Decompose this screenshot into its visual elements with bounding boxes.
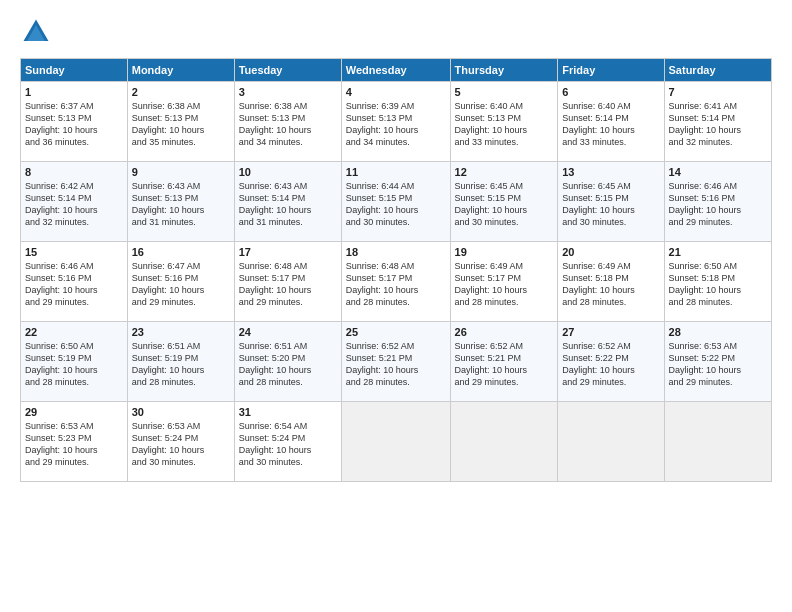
day-info: Sunrise: 6:53 AMSunset: 5:23 PMDaylight:… bbox=[25, 420, 123, 469]
day-info: Sunrise: 6:50 AMSunset: 5:19 PMDaylight:… bbox=[25, 340, 123, 389]
day-info: Sunrise: 6:38 AMSunset: 5:13 PMDaylight:… bbox=[132, 100, 230, 149]
day-number: 8 bbox=[25, 166, 123, 178]
day-number: 14 bbox=[669, 166, 767, 178]
calendar-cell: 10Sunrise: 6:43 AMSunset: 5:14 PMDayligh… bbox=[234, 162, 341, 242]
day-info: Sunrise: 6:51 AMSunset: 5:19 PMDaylight:… bbox=[132, 340, 230, 389]
calendar-cell: 29Sunrise: 6:53 AMSunset: 5:23 PMDayligh… bbox=[21, 402, 128, 482]
calendar-cell: 14Sunrise: 6:46 AMSunset: 5:16 PMDayligh… bbox=[664, 162, 771, 242]
calendar-cell: 6Sunrise: 6:40 AMSunset: 5:14 PMDaylight… bbox=[558, 82, 664, 162]
day-number: 1 bbox=[25, 86, 123, 98]
day-info: Sunrise: 6:52 AMSunset: 5:21 PMDaylight:… bbox=[346, 340, 446, 389]
day-number: 23 bbox=[132, 326, 230, 338]
day-number: 18 bbox=[346, 246, 446, 258]
calendar-cell: 28Sunrise: 6:53 AMSunset: 5:22 PMDayligh… bbox=[664, 322, 771, 402]
day-info: Sunrise: 6:51 AMSunset: 5:20 PMDaylight:… bbox=[239, 340, 337, 389]
day-number: 22 bbox=[25, 326, 123, 338]
header bbox=[20, 16, 772, 48]
calendar-cell: 13Sunrise: 6:45 AMSunset: 5:15 PMDayligh… bbox=[558, 162, 664, 242]
header-saturday: Saturday bbox=[664, 59, 771, 82]
day-info: Sunrise: 6:45 AMSunset: 5:15 PMDaylight:… bbox=[562, 180, 659, 229]
day-number: 3 bbox=[239, 86, 337, 98]
day-info: Sunrise: 6:49 AMSunset: 5:18 PMDaylight:… bbox=[562, 260, 659, 309]
day-number: 5 bbox=[455, 86, 554, 98]
calendar-cell: 15Sunrise: 6:46 AMSunset: 5:16 PMDayligh… bbox=[21, 242, 128, 322]
calendar-cell: 30Sunrise: 6:53 AMSunset: 5:24 PMDayligh… bbox=[127, 402, 234, 482]
day-number: 21 bbox=[669, 246, 767, 258]
day-info: Sunrise: 6:53 AMSunset: 5:22 PMDaylight:… bbox=[669, 340, 767, 389]
day-info: Sunrise: 6:38 AMSunset: 5:13 PMDaylight:… bbox=[239, 100, 337, 149]
day-info: Sunrise: 6:46 AMSunset: 5:16 PMDaylight:… bbox=[25, 260, 123, 309]
calendar-cell: 17Sunrise: 6:48 AMSunset: 5:17 PMDayligh… bbox=[234, 242, 341, 322]
day-number: 9 bbox=[132, 166, 230, 178]
day-info: Sunrise: 6:41 AMSunset: 5:14 PMDaylight:… bbox=[669, 100, 767, 149]
calendar-cell: 23Sunrise: 6:51 AMSunset: 5:19 PMDayligh… bbox=[127, 322, 234, 402]
calendar-cell: 19Sunrise: 6:49 AMSunset: 5:17 PMDayligh… bbox=[450, 242, 558, 322]
day-info: Sunrise: 6:54 AMSunset: 5:24 PMDaylight:… bbox=[239, 420, 337, 469]
calendar-row-2: 15Sunrise: 6:46 AMSunset: 5:16 PMDayligh… bbox=[21, 242, 772, 322]
day-info: Sunrise: 6:40 AMSunset: 5:13 PMDaylight:… bbox=[455, 100, 554, 149]
calendar-cell: 16Sunrise: 6:47 AMSunset: 5:16 PMDayligh… bbox=[127, 242, 234, 322]
day-number: 2 bbox=[132, 86, 230, 98]
calendar-cell: 22Sunrise: 6:50 AMSunset: 5:19 PMDayligh… bbox=[21, 322, 128, 402]
calendar-cell: 2Sunrise: 6:38 AMSunset: 5:13 PMDaylight… bbox=[127, 82, 234, 162]
calendar-cell bbox=[450, 402, 558, 482]
header-friday: Friday bbox=[558, 59, 664, 82]
calendar-cell: 20Sunrise: 6:49 AMSunset: 5:18 PMDayligh… bbox=[558, 242, 664, 322]
day-number: 27 bbox=[562, 326, 659, 338]
day-info: Sunrise: 6:42 AMSunset: 5:14 PMDaylight:… bbox=[25, 180, 123, 229]
header-monday: Monday bbox=[127, 59, 234, 82]
header-wednesday: Wednesday bbox=[341, 59, 450, 82]
calendar-cell bbox=[341, 402, 450, 482]
calendar-cell: 4Sunrise: 6:39 AMSunset: 5:13 PMDaylight… bbox=[341, 82, 450, 162]
day-info: Sunrise: 6:43 AMSunset: 5:13 PMDaylight:… bbox=[132, 180, 230, 229]
day-number: 26 bbox=[455, 326, 554, 338]
day-number: 16 bbox=[132, 246, 230, 258]
day-info: Sunrise: 6:52 AMSunset: 5:21 PMDaylight:… bbox=[455, 340, 554, 389]
day-info: Sunrise: 6:53 AMSunset: 5:24 PMDaylight:… bbox=[132, 420, 230, 469]
day-number: 29 bbox=[25, 406, 123, 418]
calendar-cell: 31Sunrise: 6:54 AMSunset: 5:24 PMDayligh… bbox=[234, 402, 341, 482]
day-number: 17 bbox=[239, 246, 337, 258]
day-number: 25 bbox=[346, 326, 446, 338]
day-info: Sunrise: 6:37 AMSunset: 5:13 PMDaylight:… bbox=[25, 100, 123, 149]
day-number: 20 bbox=[562, 246, 659, 258]
day-info: Sunrise: 6:39 AMSunset: 5:13 PMDaylight:… bbox=[346, 100, 446, 149]
day-info: Sunrise: 6:50 AMSunset: 5:18 PMDaylight:… bbox=[669, 260, 767, 309]
day-info: Sunrise: 6:40 AMSunset: 5:14 PMDaylight:… bbox=[562, 100, 659, 149]
header-sunday: Sunday bbox=[21, 59, 128, 82]
calendar-row-3: 22Sunrise: 6:50 AMSunset: 5:19 PMDayligh… bbox=[21, 322, 772, 402]
calendar-table: SundayMondayTuesdayWednesdayThursdayFrid… bbox=[20, 58, 772, 482]
calendar-header-row: SundayMondayTuesdayWednesdayThursdayFrid… bbox=[21, 59, 772, 82]
calendar-cell bbox=[558, 402, 664, 482]
calendar-cell bbox=[664, 402, 771, 482]
calendar-cell: 7Sunrise: 6:41 AMSunset: 5:14 PMDaylight… bbox=[664, 82, 771, 162]
calendar-cell: 8Sunrise: 6:42 AMSunset: 5:14 PMDaylight… bbox=[21, 162, 128, 242]
day-info: Sunrise: 6:44 AMSunset: 5:15 PMDaylight:… bbox=[346, 180, 446, 229]
day-info: Sunrise: 6:52 AMSunset: 5:22 PMDaylight:… bbox=[562, 340, 659, 389]
day-number: 6 bbox=[562, 86, 659, 98]
calendar-row-4: 29Sunrise: 6:53 AMSunset: 5:23 PMDayligh… bbox=[21, 402, 772, 482]
day-number: 31 bbox=[239, 406, 337, 418]
day-number: 15 bbox=[25, 246, 123, 258]
day-info: Sunrise: 6:45 AMSunset: 5:15 PMDaylight:… bbox=[455, 180, 554, 229]
day-number: 10 bbox=[239, 166, 337, 178]
calendar-cell: 21Sunrise: 6:50 AMSunset: 5:18 PMDayligh… bbox=[664, 242, 771, 322]
day-number: 12 bbox=[455, 166, 554, 178]
day-number: 7 bbox=[669, 86, 767, 98]
day-number: 19 bbox=[455, 246, 554, 258]
calendar-cell: 3Sunrise: 6:38 AMSunset: 5:13 PMDaylight… bbox=[234, 82, 341, 162]
day-number: 24 bbox=[239, 326, 337, 338]
calendar-cell: 27Sunrise: 6:52 AMSunset: 5:22 PMDayligh… bbox=[558, 322, 664, 402]
calendar-cell: 12Sunrise: 6:45 AMSunset: 5:15 PMDayligh… bbox=[450, 162, 558, 242]
calendar-cell: 24Sunrise: 6:51 AMSunset: 5:20 PMDayligh… bbox=[234, 322, 341, 402]
day-info: Sunrise: 6:47 AMSunset: 5:16 PMDaylight:… bbox=[132, 260, 230, 309]
day-info: Sunrise: 6:48 AMSunset: 5:17 PMDaylight:… bbox=[346, 260, 446, 309]
calendar-row-0: 1Sunrise: 6:37 AMSunset: 5:13 PMDaylight… bbox=[21, 82, 772, 162]
page: SundayMondayTuesdayWednesdayThursdayFrid… bbox=[0, 0, 792, 612]
day-info: Sunrise: 6:49 AMSunset: 5:17 PMDaylight:… bbox=[455, 260, 554, 309]
day-info: Sunrise: 6:46 AMSunset: 5:16 PMDaylight:… bbox=[669, 180, 767, 229]
calendar-cell: 26Sunrise: 6:52 AMSunset: 5:21 PMDayligh… bbox=[450, 322, 558, 402]
day-number: 28 bbox=[669, 326, 767, 338]
day-number: 30 bbox=[132, 406, 230, 418]
logo bbox=[20, 16, 56, 48]
